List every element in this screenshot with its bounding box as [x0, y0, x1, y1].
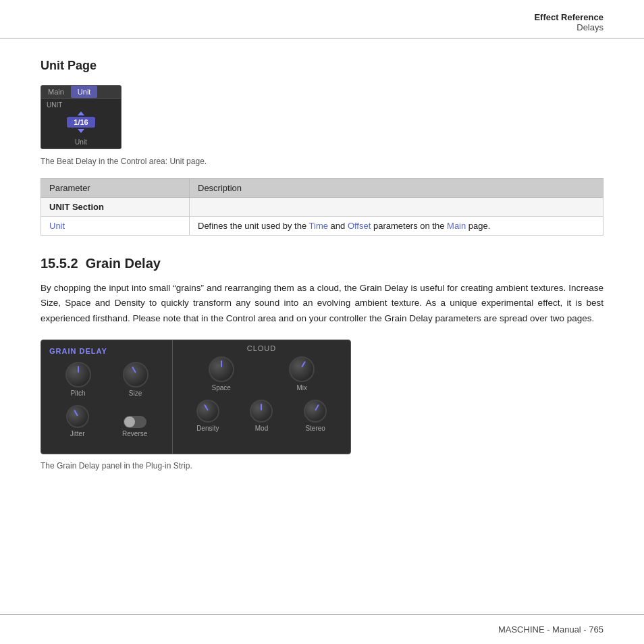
grain-delay-heading: 15.5.2 Grain Delay: [41, 256, 603, 271]
space-indicator: [221, 360, 222, 367]
mod-label: Mod: [255, 425, 268, 432]
space-knob-wrap: Space: [209, 356, 234, 392]
beat-delay-panel: Main Unit UNIT 1/16 Unit: [41, 85, 122, 149]
grain-delay-caption: The Grain Delay panel in the Plug-in Str…: [41, 461, 603, 471]
mix-knob[interactable]: [289, 356, 315, 382]
arrow-down-icon[interactable]: [78, 129, 84, 133]
arrow-up-icon[interactable]: [78, 111, 84, 115]
reverse-toggle[interactable]: [124, 416, 146, 428]
stereo-label: Stereo: [305, 425, 325, 432]
grain-delay-num: 15.5.2: [41, 256, 78, 271]
beat-delay-caption: The Beat Delay in the Control area: Unit…: [41, 157, 603, 166]
tab-unit[interactable]: Unit: [71, 86, 98, 98]
jitter-label: Jitter: [70, 430, 85, 437]
gd-left-top-knobs: Pitch Size: [49, 362, 164, 397]
offset-link[interactable]: Offset: [348, 221, 371, 231]
size-indicator: [132, 367, 136, 373]
tab-main[interactable]: Main: [41, 86, 71, 98]
density-label: Density: [196, 425, 219, 432]
page-header: Effect Reference Delays: [0, 0, 644, 38]
unit-desc-text3: parameters on the: [371, 221, 447, 231]
col-description: Description: [190, 179, 603, 198]
gd-right-top-knobs: Space Mix: [181, 356, 342, 392]
unit-control: 1/16: [41, 110, 121, 137]
space-label: Space: [212, 384, 231, 392]
jitter-indicator: [74, 410, 78, 417]
gd-left-bottom-knobs: Jitter Reverse: [49, 405, 164, 437]
mix-knob-wrap: Mix: [289, 356, 315, 392]
stereo-knob[interactable]: [304, 400, 327, 423]
space-knob[interactable]: [209, 356, 234, 382]
table-row-unit-section: UNIT Section: [41, 198, 603, 217]
jitter-knob[interactable]: [66, 405, 89, 428]
time-link[interactable]: Time: [309, 221, 328, 231]
grain-delay-title: Grain Delay: [86, 256, 161, 271]
reverse-toggle-wrap: Reverse: [122, 416, 147, 437]
unit-desc-text1: Defines the unit used by the: [198, 221, 309, 231]
unit-param-name: Unit: [41, 217, 190, 236]
stereo-knob-wrap: Stereo: [304, 400, 327, 432]
jitter-knob-wrap: Jitter: [66, 405, 89, 437]
grain-delay-panel: GRAIN DELAY Pitch: [41, 340, 351, 454]
unit-label: UNIT: [41, 99, 121, 110]
gd-title: GRAIN DELAY: [49, 347, 164, 355]
footer-text: MASCHINE - Manual - 765: [498, 624, 603, 635]
density-indicator: [204, 404, 209, 411]
mod-indicator: [261, 404, 262, 410]
mix-indicator: [301, 361, 306, 368]
unit-section-desc: [190, 198, 603, 217]
grain-delay-body: By chopping the input into small “grains…: [41, 281, 603, 326]
pitch-knob-wrap: Pitch: [65, 362, 91, 397]
unit-page-heading: Unit Page: [41, 59, 603, 73]
main-link[interactable]: Main: [447, 221, 466, 231]
grain-delay-inner: GRAIN DELAY Pitch: [41, 340, 350, 454]
page-footer: MASCHINE - Manual - 765: [0, 614, 644, 644]
header-title: Effect Reference: [534, 12, 603, 22]
reverse-toggle-knob: [124, 417, 135, 427]
unit-value-box[interactable]: 1/16: [67, 117, 95, 128]
mod-knob-wrap: Mod: [250, 400, 273, 432]
beat-delay-tabs: Main Unit: [41, 86, 121, 99]
reverse-label: Reverse: [122, 430, 147, 437]
unit-link[interactable]: Unit: [49, 221, 65, 231]
unit-section-label: UNIT Section: [41, 198, 190, 217]
pitch-knob[interactable]: [65, 362, 91, 387]
page-container: Effect Reference Delays Unit Page Main U…: [0, 0, 644, 644]
table-row-unit: Unit Defines the unit used by the Time a…: [41, 217, 603, 236]
main-content: Unit Page Main Unit UNIT 1/16 Unit The B…: [0, 38, 644, 510]
mix-label: Mix: [296, 384, 307, 392]
stereo-indicator: [315, 404, 319, 411]
mod-knob[interactable]: [250, 400, 273, 423]
unit-desc-text2: and: [328, 221, 348, 231]
unit-bottom-label: Unit: [41, 137, 121, 149]
col-parameter: Parameter: [41, 179, 190, 198]
gd-left-section: GRAIN DELAY Pitch: [41, 340, 173, 454]
density-knob-wrap: Density: [196, 400, 219, 432]
gd-right-section: CLOUD Space Mix: [173, 340, 350, 454]
header-subtitle: Delays: [576, 22, 603, 32]
density-knob[interactable]: [196, 400, 219, 423]
pitch-label: Pitch: [70, 390, 85, 397]
size-knob-wrap: Size: [123, 362, 149, 397]
unit-desc-text4: page.: [466, 221, 490, 231]
pitch-indicator: [78, 366, 79, 373]
cloud-title: CLOUD: [181, 344, 342, 352]
size-knob[interactable]: [123, 362, 149, 387]
unit-param-desc: Defines the unit used by the Time and Of…: [190, 217, 603, 236]
gd-right-bottom-knobs: Density Mod Stereo: [181, 400, 342, 432]
parameter-table: Parameter Description UNIT Section Unit …: [41, 178, 603, 236]
size-label: Size: [129, 390, 142, 397]
